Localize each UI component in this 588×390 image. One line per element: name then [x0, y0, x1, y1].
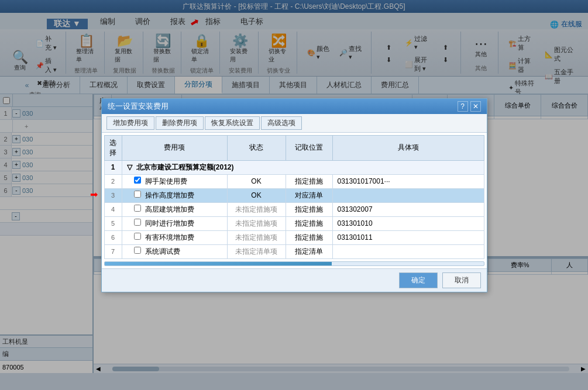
progress-bar	[104, 261, 484, 266]
modal-help-btn[interactable]: ?	[458, 101, 468, 112]
row-7-checkbox[interactable]	[134, 247, 141, 254]
row-2-checkbox[interactable]	[134, 177, 141, 184]
table-row[interactable]: 4 高层建筑增加费 未指定措施项 指定措施 031302007	[104, 202, 484, 216]
modal-title-text: 统一设置安装费用	[108, 101, 169, 112]
restore-settings-btn[interactable]: 恢复系统设置	[205, 116, 260, 130]
modal-overlay: 统一设置安装费用 ? ✕ 增加费用项 删除费用项 恢复系统设置 高级选项 选择 …	[0, 0, 588, 390]
progress-fill	[105, 262, 332, 265]
fee-items-table: 选择 费用项 状态 记取位置 具体项 1 ▽ 北京市建设工程预算定额(2012)	[104, 135, 484, 259]
modal-content: 选择 费用项 状态 记取位置 具体项 1 ▽ 北京市建设工程预算定额(2012)	[102, 133, 487, 268]
advanced-options-btn[interactable]: 高级选项	[261, 116, 302, 130]
row-5-checkbox[interactable]	[134, 219, 141, 226]
row-4-checkbox[interactable]	[134, 205, 141, 212]
modal-dialog: 统一设置安装费用 ? ✕ 增加费用项 删除费用项 恢复系统设置 高级选项 选择 …	[101, 98, 487, 292]
table-row[interactable]: 1 ▽ 北京市建设工程预算定额(2012)	[104, 160, 484, 174]
table-row[interactable]: 6 有害环境增加费 未指定措施项 指定措施 031301011	[104, 230, 484, 244]
modal-toolbar: 增加费用项 删除费用项 恢复系统设置 高级选项	[102, 114, 487, 133]
table-row[interactable]: 7 系统调试费 未指定清单项 指定清单	[104, 244, 484, 258]
row-3-checkbox[interactable]	[134, 191, 141, 198]
table-row[interactable]: 2 脚手架使用费 OK 指定措施 031301017001···	[104, 174, 484, 188]
table-row[interactable]: 5 同时进行增加费 未指定措施项 指定措施 031301010	[104, 216, 484, 230]
table-row[interactable]: 3 操作高度增加费 ➡ OK 对应清单	[104, 188, 484, 202]
modal-close-btn[interactable]: ✕	[470, 101, 481, 112]
add-fee-item-btn[interactable]: 增加费用项	[106, 116, 154, 130]
modal-title-bar: 统一设置安装费用 ? ✕	[102, 99, 487, 114]
row-6-checkbox[interactable]	[134, 233, 141, 240]
expand-group-icon: ▽	[127, 163, 132, 171]
modal-footer: 确定 取消	[102, 268, 487, 292]
delete-fee-item-btn[interactable]: 删除费用项	[156, 116, 204, 130]
cancel-btn[interactable]: 取消	[442, 272, 481, 288]
confirm-btn[interactable]: 确定	[399, 272, 438, 288]
row-arrow-annotation: ➡	[90, 189, 98, 200]
